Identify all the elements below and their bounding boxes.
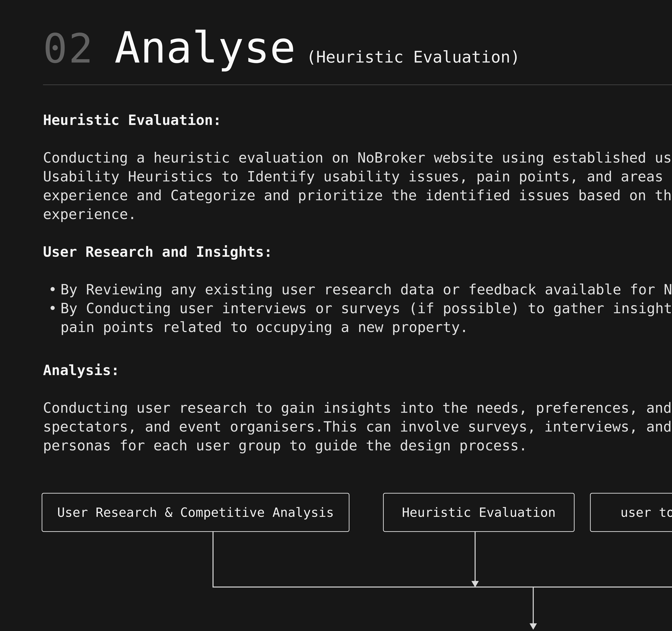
flowchart-node-label: User Research & Competitive Analysis <box>57 505 334 520</box>
page-header: 02 Analyse (Heuristic Evaluation) <box>43 0 672 72</box>
process-flowchart: User Research & Competitive Analysis Heu… <box>0 471 672 631</box>
section-heading-analysis: Analysis: <box>43 361 672 380</box>
flowchart-node-user-touch-points: user touch-points <box>590 493 672 532</box>
flowchart-node-heuristic-evaluation: Heuristic Evaluation <box>383 493 575 532</box>
flowchart-node-user-research-competitive-analysis: User Research & Competitive Analysis <box>42 493 350 532</box>
slide-page: { "theme": { "background": "#171717", "t… <box>0 0 672 631</box>
section-heading-heuristic-evaluation: Heuristic Evaluation: <box>43 111 672 130</box>
flowchart-node-label: Heuristic Evaluation <box>402 505 556 520</box>
down-arrow-icon <box>530 623 537 630</box>
step-number: 02 <box>43 25 94 72</box>
section-heading-user-research: User Research and Insights: <box>43 242 672 261</box>
page-title: Analyse <box>114 23 296 72</box>
bullet-item-interviews-surveys: By Conducting user interviews or surveys… <box>43 299 672 336</box>
flowchart-node-label: user touch-points <box>620 505 672 520</box>
section-body-heuristic-evaluation: Conducting a heuristic evaluation on NoB… <box>43 148 672 224</box>
bullet-item-existing-research: By Reviewing any existing user research … <box>43 280 672 299</box>
page-subtitle: (Heuristic Evaluation) <box>307 48 520 66</box>
main-content: 02 Analyse (Heuristic Evaluation) Heuris… <box>0 0 672 455</box>
section-body-analysis: Conducting user research to gain insight… <box>43 398 672 455</box>
down-arrow-icon <box>472 581 479 587</box>
connector-elbow-line <box>213 532 672 587</box>
header-divider <box>43 85 672 85</box>
user-research-bullet-list: By Reviewing any existing user research … <box>43 280 672 336</box>
